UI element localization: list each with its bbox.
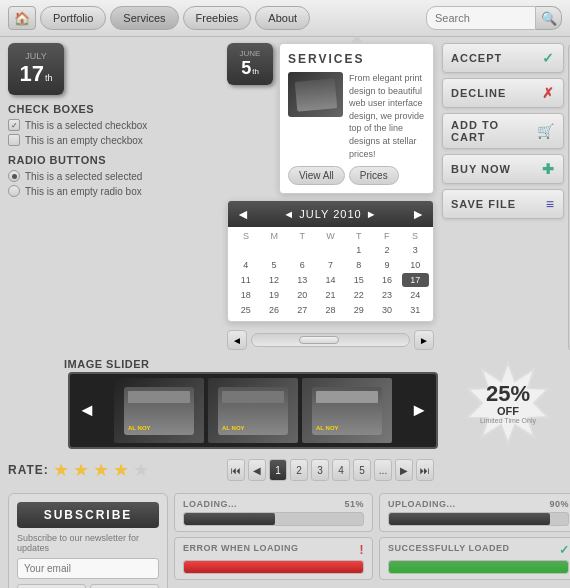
cal-day-today[interactable]: 17 [402,273,429,287]
subscribe-button[interactable]: Subscribe [17,584,86,588]
cal-day[interactable]: 11 [232,273,259,287]
add-to-cart-button[interactable]: ADD TO CART 🛒 [442,113,564,149]
cal-day[interactable]: 9 [373,258,400,272]
cal-day[interactable]: 23 [373,288,400,302]
cal-day[interactable]: 22 [345,288,372,302]
subscribe-main-button[interactable]: SUBSCRIBE [17,502,159,528]
cal-day[interactable]: 3 [402,243,429,257]
date-month-july: July [25,51,46,61]
page-3[interactable]: 3 [311,459,329,481]
star-2[interactable]: ★ [73,459,89,481]
slider-next[interactable]: ► [406,400,432,421]
scroll-thumb[interactable] [299,336,339,344]
cal-day[interactable]: 12 [260,273,287,287]
cal-day[interactable]: 10 [402,258,429,272]
nav-freebies[interactable]: Freebies [183,6,252,30]
nav-services[interactable]: Services [110,6,178,30]
card-mock-2: AL NOY [218,387,288,435]
cancel-button[interactable]: Cancel [90,584,159,588]
star-3[interactable]: ★ [93,459,109,481]
cal-day[interactable]: 6 [289,258,316,272]
scroll-right[interactable]: ► [414,330,434,350]
checkbox-selected[interactable]: This is a selected checkbox [8,119,217,131]
loading-bar-item: LOADING... 51% [174,493,373,532]
checkbox-empty-box[interactable] [8,134,20,146]
radio-empty-circle[interactable] [8,185,20,197]
decline-icon: ✗ [542,85,555,101]
page-last[interactable]: ⏭ [416,459,434,481]
view-all-button[interactable]: View All [288,166,345,185]
checkbox-empty-label: This is an empty checkbox [25,135,143,146]
save-file-label: SAVE FILE [451,198,516,210]
uploading-percent: 90% [549,499,569,509]
page-5[interactable]: 5 [353,459,371,481]
cal-day[interactable]: 13 [289,273,316,287]
radio-empty[interactable]: This is an empty radio box [8,185,217,197]
prices-button[interactable]: Prices [349,166,399,185]
star-4[interactable]: ★ [113,459,129,481]
cal-day[interactable]: 19 [260,288,287,302]
cal-day[interactable]: 7 [317,258,344,272]
cal-day[interactable]: 21 [317,288,344,302]
cal-day[interactable]: 4 [232,258,259,272]
cal-day[interactable]: 8 [345,258,372,272]
cal-day[interactable]: 20 [289,288,316,302]
cal-day[interactable]: 24 [402,288,429,302]
buy-now-button[interactable]: BUY NOW ✚ [442,154,564,184]
error-bar-header: ERROR WHEN LOADING ! [183,543,364,557]
page-4[interactable]: 4 [332,459,350,481]
cal-day[interactable]: 27 [289,303,316,317]
cal-day[interactable]: 5 [260,258,287,272]
search-input[interactable] [426,6,536,30]
slider-prev[interactable]: ◄ [74,400,100,421]
cal-day[interactable]: 2 [373,243,400,257]
services-image [288,72,343,117]
uploading-bar-fill [389,513,550,525]
calendar-next[interactable]: ► [411,206,425,222]
cal-day[interactable]: 30 [373,303,400,317]
accept-button[interactable]: ACCEPT ✓ [442,43,564,73]
cal-day[interactable]: 15 [345,273,372,287]
page-1[interactable]: 1 [269,459,287,481]
cal-day[interactable]: 14 [317,273,344,287]
checkbox-selected-label: This is a selected checkbox [25,120,147,131]
nav-portfolio[interactable]: Portfolio [40,6,106,30]
subscribe-description: Subscribe to our newsletter for updates [17,533,159,553]
page-first[interactable]: ⏮ [227,459,245,481]
star-1[interactable]: ★ [53,459,69,481]
cal-day[interactable]: 29 [345,303,372,317]
nav-about[interactable]: About [255,6,310,30]
buy-now-label: BUY NOW [451,163,511,175]
cal-day[interactable]: 28 [317,303,344,317]
cal-day[interactable]: 25 [232,303,259,317]
calendar-prev[interactable]: ◄ [236,206,250,222]
page-next[interactable]: ▶ [395,459,413,481]
search-icon[interactable]: 🔍 [536,6,562,30]
cal-day[interactable]: 31 [402,303,429,317]
scroll-track[interactable] [251,333,410,347]
checkbox-checked-box[interactable] [8,119,20,131]
radio-section: RADIO BUTTONS This is a selected selecte… [8,154,217,197]
decline-button[interactable]: DECLINE ✗ [442,78,564,108]
cal-day[interactable]: 16 [373,273,400,287]
radio-selected-circle[interactable] [8,170,20,182]
calendar-title: ◄ JULY 2010 ► [283,208,377,220]
checkbox-empty[interactable]: This is an empty checkbox [8,134,217,146]
buy-now-icon: ✚ [542,161,555,177]
loading-panel: LOADING... 51% ERROR WHEN LOADING ! [174,493,373,588]
cal-day[interactable]: 26 [260,303,287,317]
star-5[interactable]: ★ [133,459,149,481]
home-button[interactable]: 🏠 [8,6,36,30]
calendar-body: S M T W T F S 1 2 3 4 5 [228,227,433,321]
pagination-section: ⏮ ◀ 1 2 3 4 5 ... ▶ ⏭ [223,455,438,485]
page-2[interactable]: 2 [290,459,308,481]
scroll-left[interactable]: ◄ [227,330,247,350]
page-prev[interactable]: ◀ [248,459,266,481]
decline-label: DECLINE [451,87,506,99]
radio-selected[interactable]: This is a selected selected [8,170,217,182]
email-input[interactable] [17,558,159,579]
cal-day[interactable]: 18 [232,288,259,302]
save-file-button[interactable]: SAVE FILE ≡ [442,189,564,219]
cal-day[interactable]: 1 [345,243,372,257]
save-file-icon: ≡ [546,196,555,212]
